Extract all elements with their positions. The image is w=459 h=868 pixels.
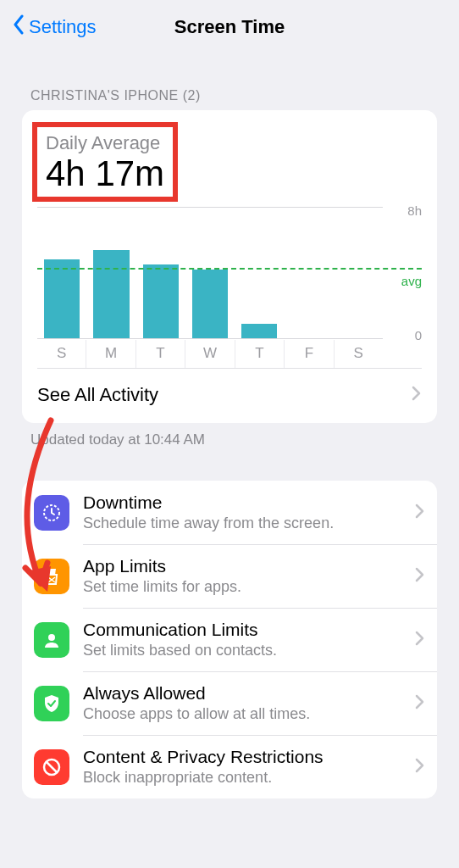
row-subtitle: Block inappropriate content. [83,769,415,787]
x-tick: W [185,340,235,368]
chart-bar [192,270,228,338]
daily-average-label: Daily Average [46,132,164,154]
chevron-left-icon [12,14,25,40]
row-always-allowed[interactable]: Always AllowedChoose apps to allow at al… [22,671,437,735]
chart-bar [241,324,277,338]
settings-list: DowntimeSchedule time away from the scre… [22,481,437,798]
chevron-right-icon [415,631,425,649]
back-label: Settings [29,16,97,38]
see-all-activity-row[interactable]: See All Activity [22,369,437,423]
usage-chart: 8h 0 avg SMTWTFS [37,207,422,368]
row-title: App Limits [83,556,415,576]
chevron-right-icon [412,384,422,406]
chevron-right-icon [415,694,425,713]
x-tick: T [136,340,185,368]
always-allowed-icon [34,686,69,721]
downtime-icon [34,495,69,531]
app-limits-icon [34,559,69,594]
daily-average-highlight: Daily Average 4h 17m [32,122,178,202]
row-subtitle: Set time limits for apps. [83,578,415,596]
chart-bar [143,264,179,338]
chevron-right-icon [415,567,425,586]
row-title: Always Allowed [83,683,415,704]
section-header: CHRISTINA'S IPHONE (2) [22,88,437,103]
avg-line-label: avg [401,274,422,288]
x-tick: S [37,340,86,368]
chart-bar [93,250,129,339]
row-comm-limits[interactable]: Communication LimitsSet limits based on … [22,608,437,671]
row-subtitle: Choose apps to allow at all times. [83,705,415,723]
avg-line [37,268,422,270]
x-tick: S [335,340,383,368]
x-tick: F [285,340,334,368]
row-downtime[interactable]: DowntimeSchedule time away from the scre… [22,481,437,544]
row-title: Communication Limits [83,620,415,640]
updated-text: Updated today at 10:44 AM [30,431,437,448]
back-button[interactable]: Settings [12,14,97,40]
chart-bar [44,259,80,338]
row-subtitle: Schedule time away from the screen. [83,515,415,532]
row-app-limits[interactable]: App LimitsSet time limits for apps. [22,544,437,608]
nav-bar: Settings Screen Time [0,0,459,54]
daily-average-value: 4h 17m [46,154,164,197]
chart-plot [37,207,383,339]
row-title: Content & Privacy Restrictions [83,747,415,767]
usage-card: Daily Average 4h 17m 8h 0 avg SMTWTFS Se… [22,110,437,423]
svg-point-1 [48,634,55,641]
comm-limits-icon [34,622,69,658]
row-content-privacy[interactable]: Content & Privacy RestrictionsBlock inap… [22,735,437,798]
row-subtitle: Set limits based on contacts. [83,642,415,659]
see-all-label: See All Activity [37,384,158,406]
x-tick: M [86,340,135,368]
row-title: Downtime [83,492,415,513]
y-tick-max: 8h [407,203,422,218]
chevron-right-icon [415,504,425,522]
x-tick: T [235,340,285,368]
y-tick-zero: 0 [415,328,422,342]
content-privacy-icon [34,749,69,785]
chevron-right-icon [415,758,425,776]
